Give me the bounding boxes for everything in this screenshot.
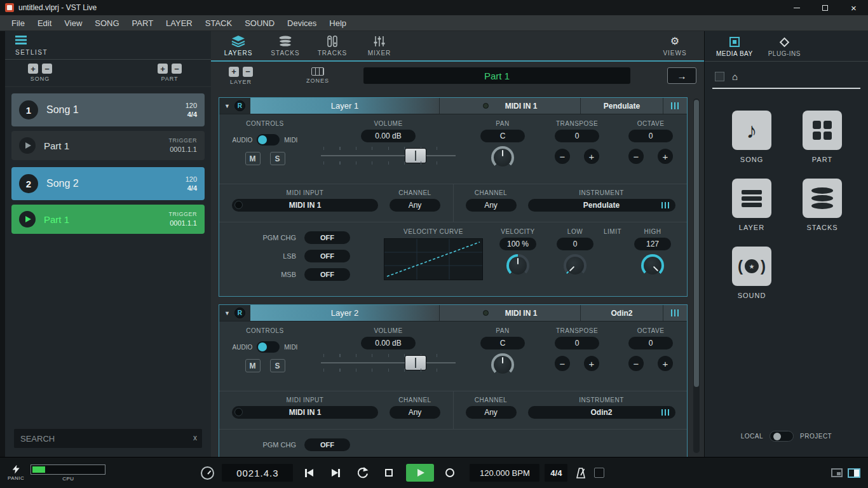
- collapse-layer-icon[interactable]: ▼: [224, 310, 230, 316]
- clock-icon[interactable]: [201, 466, 214, 480]
- collapse-layer-icon[interactable]: ▼: [224, 103, 230, 109]
- audio-midi-toggle[interactable]: [257, 341, 280, 353]
- octave-plus-button[interactable]: +: [658, 149, 673, 164]
- metronome-button[interactable]: [575, 467, 587, 479]
- layer-midi-in[interactable]: MIDI IN 1: [439, 305, 580, 321]
- song-tile[interactable]: ♪: [732, 111, 771, 150]
- song-row-2[interactable]: 2 Song 2 120 4/4: [11, 167, 205, 200]
- record-arm-badge[interactable]: R: [234, 100, 245, 111]
- part-tile[interactable]: [803, 111, 842, 150]
- midi-channel-select[interactable]: Any: [390, 406, 440, 419]
- mute-button[interactable]: M: [245, 152, 261, 165]
- open-instrument-button[interactable]: [663, 98, 687, 114]
- instrument-channel-select[interactable]: Any: [466, 199, 517, 212]
- velocity-curve-editor[interactable]: [384, 238, 483, 280]
- media-item-layer[interactable]: LAYER: [732, 179, 771, 231]
- record-button[interactable]: [439, 464, 461, 482]
- lsb-button[interactable]: OFF: [304, 250, 350, 262]
- menu-part[interactable]: PART: [126, 15, 159, 30]
- remove-part-button[interactable]: −: [172, 64, 182, 74]
- pan-value[interactable]: C: [480, 130, 525, 142]
- midi-input-select[interactable]: MIDI IN 1: [232, 199, 378, 212]
- zones-button[interactable]: ZONES: [306, 67, 329, 84]
- transpose-value[interactable]: 0: [555, 337, 599, 349]
- menu-layer[interactable]: LAYER: [159, 15, 199, 30]
- octave-minus-button[interactable]: −: [628, 149, 644, 164]
- velocity-value[interactable]: 100 %: [499, 238, 536, 250]
- audio-midi-toggle[interactable]: [257, 134, 280, 146]
- layer-instrument[interactable]: Odin2: [580, 305, 663, 321]
- low-value[interactable]: 0: [557, 238, 593, 250]
- menu-sound[interactable]: SOUND: [238, 15, 281, 30]
- pgm-chg-button[interactable]: OFF: [304, 231, 350, 244]
- media-item-stacks[interactable]: STACKS: [803, 179, 842, 231]
- add-song-button[interactable]: +: [28, 64, 38, 74]
- tab-layers[interactable]: LAYERS: [215, 36, 262, 57]
- solo-button[interactable]: S: [270, 359, 285, 372]
- slider-handle[interactable]: [405, 355, 426, 370]
- volume-slider[interactable]: [321, 145, 456, 166]
- minimize-button[interactable]: [782, 0, 811, 15]
- stacks-tile[interactable]: [803, 179, 842, 218]
- tempo-display[interactable]: 120.000 BPM: [470, 464, 539, 482]
- song-row-1[interactable]: 1 Song 1 120 4/4: [11, 93, 205, 126]
- maximize-button[interactable]: [811, 0, 839, 15]
- vertical-scrollbar[interactable]: [693, 98, 700, 453]
- instrument-select[interactable]: Pendulate: [528, 199, 675, 212]
- part-row-1[interactable]: Part 1 TRIGGER 0001.1.1: [11, 131, 205, 160]
- octave-value[interactable]: 0: [628, 337, 673, 349]
- transpose-plus-button[interactable]: +: [584, 356, 599, 371]
- add-layer-button[interactable]: +: [229, 67, 239, 77]
- menu-edit[interactable]: Edit: [31, 15, 58, 30]
- volume-value[interactable]: 0.00 dB: [361, 337, 416, 349]
- layer-tile[interactable]: [732, 179, 771, 218]
- part-play-badge[interactable]: [19, 137, 36, 154]
- transpose-value[interactable]: 0: [555, 130, 599, 142]
- instrument-select[interactable]: Odin2: [528, 406, 675, 419]
- tab-plug-ins[interactable]: PLUG-INS: [768, 37, 801, 57]
- search-clear-button[interactable]: x: [193, 433, 197, 442]
- home-icon[interactable]: ⌂: [732, 72, 738, 81]
- pan-value[interactable]: C: [480, 337, 525, 349]
- media-item-sound[interactable]: ( ★ ) SOUND: [732, 247, 771, 299]
- menu-help[interactable]: Help: [323, 15, 353, 30]
- slider-handle[interactable]: [405, 148, 426, 163]
- remove-layer-button[interactable]: −: [243, 67, 253, 77]
- high-knob[interactable]: [641, 254, 664, 277]
- msb-button[interactable]: OFF: [304, 268, 350, 281]
- menu-view[interactable]: View: [58, 15, 88, 30]
- go-to-start-button[interactable]: [298, 464, 320, 482]
- stop-button[interactable]: [378, 464, 400, 482]
- low-knob[interactable]: [564, 254, 587, 277]
- velocity-knob[interactable]: [506, 254, 529, 277]
- local-project-toggle[interactable]: [770, 431, 794, 442]
- precount-checkbox[interactable]: [594, 468, 604, 478]
- menu-stack[interactable]: STACK: [199, 15, 238, 30]
- tab-mixer[interactable]: MIXER: [356, 36, 403, 57]
- sound-tile[interactable]: ( ★ ): [732, 247, 771, 286]
- go-to-end-button[interactable]: [325, 464, 346, 482]
- menu-song[interactable]: SONG: [88, 15, 125, 30]
- layout-split-icon[interactable]: [848, 468, 860, 478]
- menu-file[interactable]: File: [5, 15, 31, 30]
- mute-button[interactable]: M: [245, 359, 261, 372]
- part-play-badge[interactable]: [19, 211, 36, 227]
- octave-plus-button[interactable]: +: [658, 356, 673, 371]
- retrigger-button[interactable]: [351, 464, 373, 482]
- layer-midi-in[interactable]: MIDI IN 1: [439, 98, 580, 114]
- views-button[interactable]: ⚙ VIEWS: [656, 36, 694, 57]
- layer-instrument[interactable]: Pendulate: [580, 98, 663, 114]
- menu-devices[interactable]: Devices: [281, 15, 323, 30]
- media-item-part[interactable]: PART: [803, 111, 842, 163]
- solo-button[interactable]: S: [270, 152, 285, 165]
- tab-tracks[interactable]: TRACKS: [309, 36, 356, 57]
- midi-channel-select[interactable]: Any: [390, 199, 440, 212]
- media-item-song[interactable]: ♪ SONG: [732, 111, 771, 163]
- close-button[interactable]: ×: [839, 0, 868, 15]
- instrument-channel-select[interactable]: Any: [466, 406, 517, 419]
- media-filter-checkbox[interactable]: [715, 72, 724, 81]
- tab-media-bay[interactable]: MEDIA BAY: [716, 37, 753, 57]
- transpose-minus-button[interactable]: −: [555, 356, 570, 371]
- octave-minus-button[interactable]: −: [628, 356, 644, 371]
- remove-song-button[interactable]: −: [42, 64, 52, 74]
